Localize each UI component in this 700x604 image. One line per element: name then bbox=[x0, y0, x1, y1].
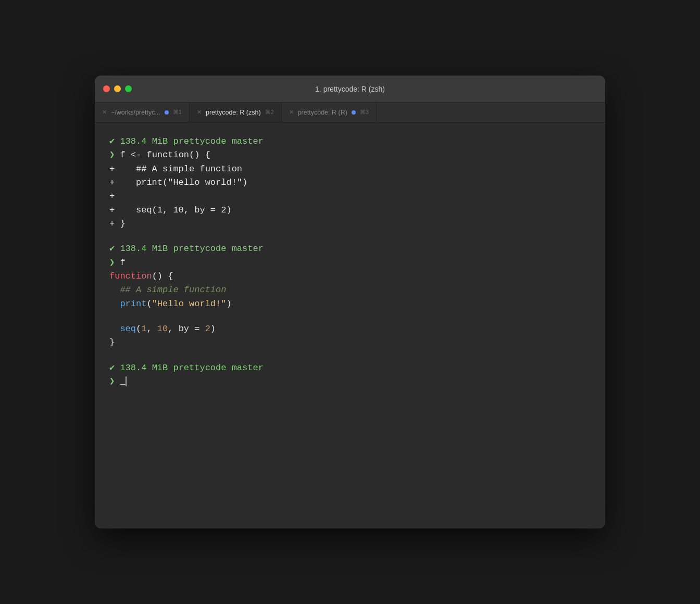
status-line-1: ✔ 138.4 MiB prettycode master bbox=[109, 135, 591, 148]
titlebar: 1. prettycode: R (zsh) bbox=[95, 76, 605, 103]
tab-close-icon-1[interactable]: ✕ bbox=[102, 109, 107, 115]
blank-2 bbox=[109, 311, 591, 322]
tab-dot-1 bbox=[165, 110, 169, 115]
blank-3 bbox=[109, 350, 591, 361]
status-line-2: ✔ 138.4 MiB prettycode master bbox=[109, 242, 591, 256]
tabbar: ✕ ~/works/prettyc... ⌘1 ✕ prettycode: R … bbox=[95, 103, 605, 122]
minimize-button[interactable] bbox=[114, 85, 121, 92]
tab-shortcut-2: ⌘2 bbox=[265, 109, 274, 116]
output-brace: } bbox=[109, 336, 591, 349]
cont-line-2: + print("Hello world!") bbox=[109, 176, 591, 190]
output-func-kw: function() { bbox=[109, 270, 591, 283]
tab-shortcut-1: ⌘1 bbox=[173, 109, 182, 116]
cont-line-1: + ## A simple function bbox=[109, 162, 591, 176]
tab-close-icon-2[interactable]: ✕ bbox=[197, 109, 202, 115]
maximize-button[interactable] bbox=[125, 85, 132, 92]
input-line-1: ❯ f <- function() { bbox=[109, 148, 591, 162]
window-title: 1. prettycode: R (zsh) bbox=[315, 85, 385, 93]
tab-label-3: prettycode: R (R) bbox=[298, 109, 347, 116]
cont-line-5: + } bbox=[109, 217, 591, 231]
terminal-window: 1. prettycode: R (zsh) ✕ ~/works/prettyc… bbox=[95, 76, 605, 528]
prompt-final: ❯ _ bbox=[109, 375, 591, 388]
cont-line-3: + bbox=[109, 190, 591, 203]
output-comment: ## A simple function bbox=[109, 283, 591, 297]
tab-shortcut-3: ⌘3 bbox=[360, 109, 369, 116]
terminal-content[interactable]: ✔ 138.4 MiB prettycode master ❯ f <- fun… bbox=[95, 122, 605, 528]
tab-close-icon-3[interactable]: ✕ bbox=[289, 109, 294, 115]
close-button[interactable] bbox=[103, 85, 110, 92]
tab-label-2: prettycode: R (zsh) bbox=[206, 109, 261, 116]
output-print: print("Hello world!") bbox=[109, 297, 591, 311]
blank-1 bbox=[109, 231, 591, 242]
status-line-3: ✔ 138.4 MiB prettycode master bbox=[109, 361, 591, 375]
tab-label-1: ~/works/prettyc... bbox=[111, 109, 160, 116]
tab-1[interactable]: ✕ ~/works/prettyc... ⌘1 bbox=[95, 103, 190, 122]
tab-3[interactable]: ✕ prettycode: R (R) ⌘3 bbox=[282, 103, 377, 122]
input-line-2: ❯ f bbox=[109, 256, 591, 270]
tab-2[interactable]: ✕ prettycode: R (zsh) ⌘2 bbox=[190, 103, 282, 122]
tab-dot-3 bbox=[352, 110, 356, 115]
cont-line-4: + seq(1, 10, by = 2) bbox=[109, 204, 591, 217]
output-seq: seq(1, 10, by = 2) bbox=[109, 322, 591, 336]
traffic-lights bbox=[103, 85, 132, 92]
